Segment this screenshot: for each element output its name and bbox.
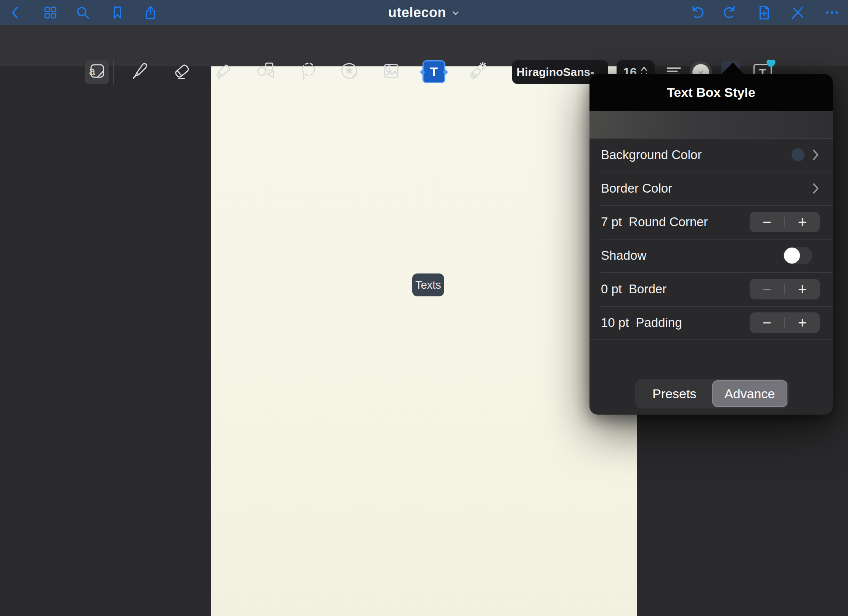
disable-editing-icon [790,5,806,21]
border-width-stepper: − + [750,279,820,299]
popup-title: Text Box Style [667,85,755,100]
share-button[interactable] [142,4,159,21]
canvas-text-box[interactable]: Texts [412,273,444,296]
shadow-row: Shadow [589,239,833,272]
rows-end-divider [589,339,833,340]
search-icon [75,5,91,21]
text-box-style-popup: Text Box Style Background Color Border C… [589,74,833,415]
lasso-icon [298,61,318,81]
sticker-icon [339,61,360,81]
round-corner-plus-button[interactable]: + [785,212,820,232]
text-mode-icon: a [87,61,107,81]
pen-icon [130,61,150,81]
sticker-tool[interactable] [339,61,359,81]
lasso-tool[interactable] [298,61,318,81]
eraser-icon [172,61,192,81]
toggle-knob [784,248,800,264]
tab-advance[interactable]: Advance [712,380,788,407]
highlighter-tool[interactable] [214,61,234,81]
canvas-text-box-label: Texts [415,279,441,291]
font-family-label: HiraginoSans-... [517,66,604,79]
laser-pointer-tool[interactable] [466,61,486,81]
title-chevron-down-icon [451,9,460,19]
search-button[interactable] [74,4,91,21]
image-icon [381,61,401,81]
background-color-swatch [792,148,805,161]
bookmark-icon [110,5,125,20]
popup-callout-arrow [720,63,745,76]
highlighter-icon [214,61,234,81]
text-tool-icon: T [430,64,438,79]
document-title-button[interactable]: utelecon [367,0,481,25]
chevron-right-icon [812,183,820,194]
share-icon [143,5,159,21]
more-button[interactable] [824,4,840,21]
page-canvas[interactable]: Texts [211,66,637,616]
toolbar-divider [113,60,114,84]
border-color-row[interactable]: Border Color [589,172,833,205]
padding-minus-button[interactable]: − [750,312,784,333]
background-color-row[interactable]: Background Color [589,138,833,172]
round-corner-row: 7 pt Round Corner − + [589,205,833,239]
padding-value: 10 pt [601,315,629,330]
disable-editing-button[interactable] [789,4,806,21]
border-width-plus-button[interactable]: + [785,279,820,299]
undo-button[interactable] [689,4,706,21]
shapes-icon [256,61,276,81]
shadow-toggle-off[interactable] [783,247,812,264]
border-width-label: Border [629,282,667,296]
redo-button[interactable] [721,4,738,21]
border-color-label: Border Color [601,181,672,196]
border-width-minus-button[interactable]: − [750,279,784,299]
text-mode-tool[interactable]: a [87,61,107,81]
popup-header: Text Box Style [589,74,833,111]
back-button[interactable] [7,4,24,21]
redo-icon [722,5,738,21]
background-color-label: Background Color [601,148,702,162]
toolbar: a T Hirag [0,25,848,66]
round-corner-minus-button[interactable]: − [750,212,784,232]
pages-grid-button[interactable] [42,4,59,21]
navbar: utelecon [0,0,848,25]
document-title: utelecon [388,5,446,21]
app-window: Texts utelecon [0,0,848,616]
bookmark-button[interactable] [109,4,126,21]
add-page-icon [756,5,772,21]
border-width-row: 0 pt Border − + [589,272,833,306]
chevron-right-icon [812,149,820,161]
round-corner-label: Round Corner [629,215,708,229]
favorite-heart-badge-icon [766,58,776,71]
round-corner-stepper: − + [750,212,820,232]
round-corner-value: 7 pt [601,215,622,229]
image-tool[interactable] [381,61,401,81]
add-page-button[interactable] [756,4,773,21]
more-icon [824,5,840,21]
shapes-tool[interactable] [256,61,276,81]
tab-presets[interactable]: Presets [637,380,712,407]
padding-stepper: − + [750,312,820,333]
svg-text:a: a [89,65,95,77]
border-width-value: 0 pt [601,282,622,296]
padding-plus-button[interactable]: + [785,312,820,333]
eraser-tool[interactable] [172,61,192,81]
padding-row: 10 pt Padding − + [589,306,833,339]
pages-grid-icon [42,5,58,21]
padding-label: Padding [636,315,682,330]
pen-tool[interactable] [130,61,150,81]
mode-segmented-control: Presets Advance [635,379,789,409]
text-tool-selected[interactable]: T [422,60,445,83]
style-settings-list: Background Color Border Color 7 pt Round… [589,138,833,339]
back-icon [8,5,23,20]
style-preview-band [589,111,833,138]
laser-pointer-icon [466,61,486,81]
undo-icon [689,5,705,21]
shadow-label: Shadow [601,248,646,263]
